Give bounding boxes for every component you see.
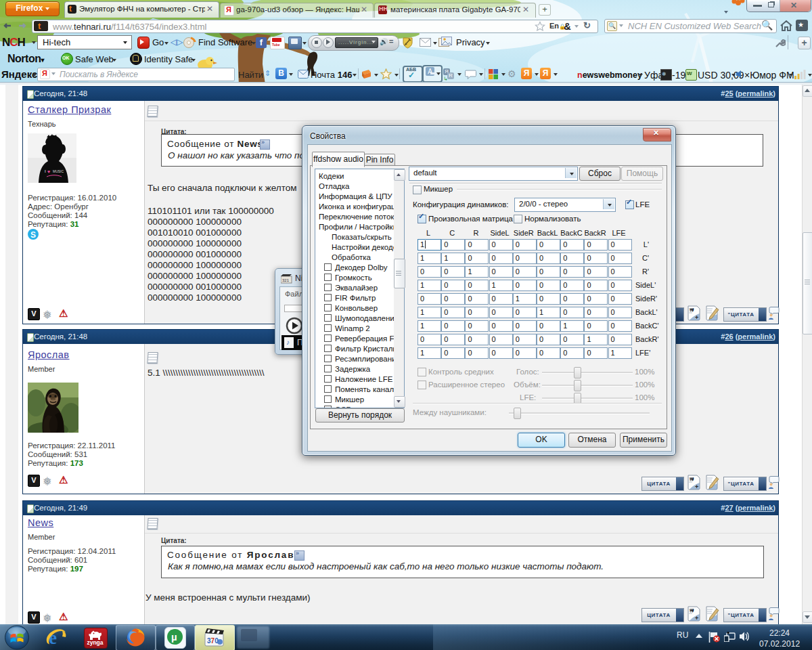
svg-text:S: S [30, 230, 36, 240]
svg-text:321: 321 [282, 278, 290, 282]
svg-text:❞: ❞ [690, 607, 694, 618]
svg-text:❞: ❞ [690, 476, 694, 486]
svg-text:+: + [695, 615, 698, 622]
svg-text:+: + [695, 314, 698, 321]
svg-text:+: + [695, 483, 698, 490]
svg-text:MUSIC: MUSIC [53, 169, 64, 173]
svg-text:370: 370 [207, 637, 219, 645]
svg-text:♥: ♥ [47, 169, 50, 174]
svg-text:❞: ❞ [690, 307, 694, 317]
